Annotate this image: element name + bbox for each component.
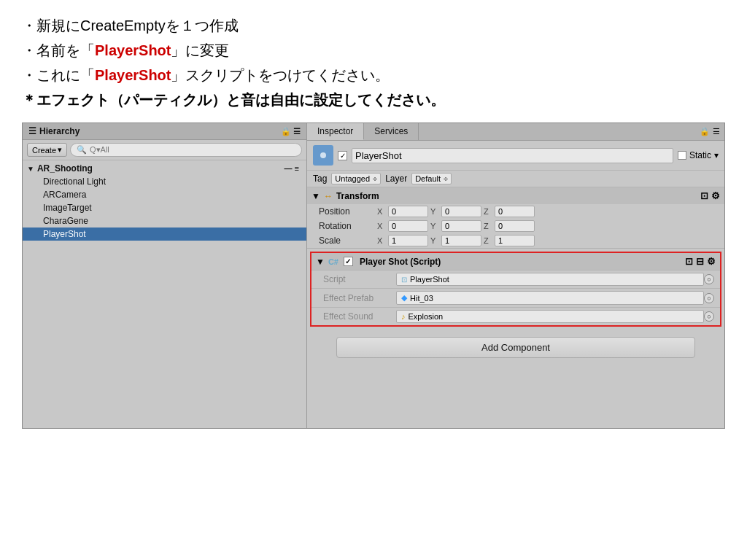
rotation-y-input[interactable] [441,220,481,232]
hierarchy-lock-icon: 🔒 ☰ [281,127,301,136]
script-menu-icon[interactable]: ⊟ [696,256,704,267]
script-component-header[interactable]: ▼ C# ✓ Player Shot (Script) ⊡ ⊟ ⚙ [311,253,720,270]
scene-arrow-icon: ▼ [27,165,34,173]
inspector-content: ✓ Static ▾ Tag Untagged ÷ Layer Default [307,141,724,428]
inspector-header-icons: 🔒 ☰ [700,123,724,140]
tag-dropdown[interactable]: Untagged ÷ [331,173,381,184]
gameobject-header: ✓ Static ▾ [307,141,724,171]
layer-value: Default [415,174,441,183]
scene-name-label: AR_Shooting [37,163,93,174]
static-dropdown-icon[interactable]: ▾ [714,150,719,160]
transform-icon1[interactable]: ⊡ [700,190,708,201]
hierarchy-title: Hierarchy [39,126,80,136]
add-component-button[interactable]: Add Component [336,337,695,358]
static-checkbox[interactable] [678,151,686,160]
scene-options-icon: — ≡ [285,164,299,173]
instruction-line-4: ＊エフェクト（パーティクル）と音は自由に設定してください。 [22,88,725,112]
transform-title: Transform [336,191,379,201]
hierarchy-items-list: ▼ AR_Shooting — ≡ Directional Light ARCa… [23,160,306,428]
effect-sound-dot[interactable]: ○ [704,311,714,322]
scale-y-input[interactable] [441,235,481,246]
layer-dropdown-icon: ÷ [444,174,448,183]
instruction-line-3: ・これに「PlayerShot」スクリプトをつけてください。 [22,63,725,88]
effect-sound-text: Explosion [409,312,444,321]
script-field-value[interactable]: ⊡ PlayerShot [396,273,704,286]
hierarchy-panel: ☰ Hierarchy 🔒 ☰ Create ▾ 🔍 Q▾All ▼ AR_Sh… [23,123,307,428]
z-axis-label: Z [484,207,492,216]
hierarchy-item-directional-light[interactable]: Directional Light [23,175,306,188]
gameobject-active-checkbox[interactable]: ✓ [338,151,347,160]
position-z-input[interactable] [495,206,535,217]
script-field-label: Script [323,274,396,284]
inspector-lock-icon: 🔒 [700,127,710,136]
position-fields: X Y Z [377,206,719,217]
transform-icon: ↔ [324,191,333,201]
effect-sound-value[interactable]: ♪ Explosion [396,310,704,323]
transform-header-icons: ⊡ ⚙ [700,190,720,201]
position-x-input[interactable] [388,206,428,217]
effect-sound-row: Effect Sound ♪ Explosion ○ [311,307,720,325]
static-label: Static [689,150,711,160]
add-component-row: Add Component [307,330,724,365]
item-label: CharaGene [43,216,88,226]
hierarchy-scene-item[interactable]: ▼ AR_Shooting — ≡ [23,162,306,175]
hierarchy-item-imagetarget[interactable]: ImageTarget [23,201,306,214]
instruction-line-1: ・新規にCreateEmptyを１つ作成 [22,13,725,38]
tab-services[interactable]: Services [364,123,419,140]
transform-header[interactable]: ▼ ↔ Transform ⊡ ⚙ [307,187,724,204]
instruction-line-2: ・名前を「PlayerShot」に変更 [22,38,725,63]
effect-prefab-label: Effect Prefab [323,293,396,303]
position-row: Position X Y Z [307,204,724,219]
hierarchy-header: ☰ Hierarchy 🔒 ☰ [23,123,306,140]
script-cs-small-icon: ⊡ [401,276,407,284]
create-button[interactable]: Create ▾ [27,143,67,157]
rx-axis-label: X [377,222,386,230]
position-y-input[interactable] [441,206,481,217]
gameobject-name-input[interactable] [352,148,673,163]
tag-layer-row: Tag Untagged ÷ Layer Default ÷ [307,171,724,187]
script-header-icons: ⊡ ⊟ ⚙ [685,256,716,267]
sx-axis-label: X [377,236,386,245]
script-value-text: PlayerShot [410,275,449,284]
hierarchy-item-charagene[interactable]: CharaGene [23,214,306,228]
audio-icon: ♪ [401,312,406,321]
tag-value: Untagged [335,174,370,183]
y-axis-label: Y [430,207,439,216]
script-copy-icon[interactable]: ⊡ [685,256,693,267]
effect-prefab-value[interactable]: ◆ Hit_03 [396,291,704,305]
script-field-row: Script ⊡ PlayerShot ○ [311,270,720,288]
script-gear-icon[interactable]: ⚙ [707,256,716,267]
script-cs-icon: C# [328,257,338,266]
layer-label: Layer [385,174,407,184]
inspector-panel: Inspector Services 🔒 ☰ ✓ [307,123,724,428]
scale-z-input[interactable] [495,235,535,246]
hierarchy-search[interactable]: 🔍 Q▾All [70,143,302,157]
script-title: Player Shot (Script) [360,257,441,267]
rotation-row: Rotation X Y Z [307,219,724,233]
rotation-z-input[interactable] [495,220,535,232]
scale-x-input[interactable] [388,235,428,246]
static-toggle: Static ▾ [678,150,719,160]
svg-point-1 [320,152,326,158]
rotation-label: Rotation [319,221,377,231]
player-shot-script-section: ▼ C# ✓ Player Shot (Script) ⊡ ⊟ ⚙ Script… [310,252,721,327]
hierarchy-item-playershot[interactable]: PlayerShot [23,228,306,241]
effect-prefab-dot[interactable]: ○ [704,293,714,303]
script-arrow-icon: ▼ [316,257,325,267]
scale-label: Scale [319,236,377,246]
sz-axis-label: Z [484,236,492,245]
hierarchy-item-arcamera[interactable]: ARCamera [23,188,306,201]
tag-label: Tag [313,174,327,184]
script-field-dot[interactable]: ○ [704,274,714,284]
tab-inspector[interactable]: Inspector [307,123,364,140]
script-active-checkbox[interactable]: ✓ [344,257,353,266]
item-label: ImageTarget [43,203,92,213]
layer-dropdown[interactable]: Default ÷ [411,173,452,184]
effect-prefab-text: Hit_03 [410,294,433,303]
gameobject-icon [313,145,333,166]
instructions-section: ・新規にCreateEmptyを１つ作成 ・名前を「PlayerShot」に変更… [0,0,747,122]
rotation-fields: X Y Z [377,220,719,232]
transform-icon2[interactable]: ⚙ [711,190,720,201]
sy-axis-label: Y [430,236,439,245]
rotation-x-input[interactable] [388,220,428,232]
